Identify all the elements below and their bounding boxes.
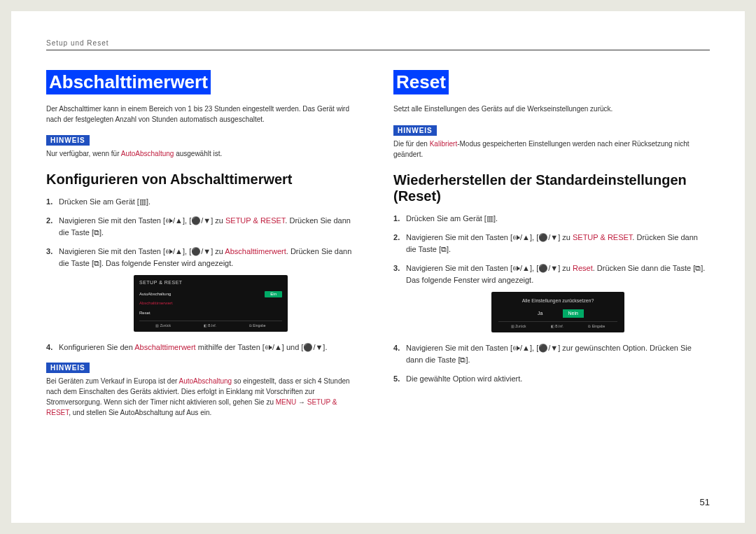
osd-row-value: Ein (265, 291, 282, 297)
intro-text: Setzt alle Einstellungen des Geräts auf … (393, 104, 710, 115)
steps-list-right: Drücken Sie am Gerät [▥]. Navigieren Sie… (393, 213, 710, 386)
step-5: Die gewählte Option wird aktiviert. (393, 373, 710, 385)
arrow-icon: → (296, 398, 307, 406)
step-2: Navigieren Sie mit den Tasten [🕪/▲], [⚫/… (393, 232, 710, 255)
osd-option-nein: Nein (563, 309, 584, 318)
step-2: Navigieren Sie mit den Tasten [🕪/▲], [⚫/… (46, 215, 363, 239)
step-4: Konfigurieren Sie den Abschalttimerwert … (46, 342, 363, 353)
ref-setup-reset: SETUP & RESET (225, 216, 285, 225)
osd-row-label: Reset (139, 310, 150, 316)
osd-title: SETUP & RESET (139, 279, 282, 287)
intro-text: Der Abschalttimer kann in einem Bereich … (46, 104, 363, 125)
text-fragment: Navigieren Sie mit den Tasten [🕪/▲], [⚫/… (59, 216, 225, 225)
osd-foot-item: ◧ B.Inf. (551, 324, 564, 330)
page-number: 51 (700, 497, 710, 507)
step-1: Drücken Sie am Gerät [▥]. (46, 196, 363, 208)
ref-abschalttimerwert: Abschalttimerwert (225, 247, 286, 255)
osd-screenshot-setup: SETUP & RESET AutoAbschaltungEin Abschal… (134, 275, 288, 331)
hinweis-text-1: Die für den Kalibriert-Modus gespeichert… (393, 139, 710, 160)
ref-autoabschaltung: AutoAbschaltung (179, 377, 232, 385)
osd-row: AutoAbschaltungEin (139, 290, 282, 299)
hinweis-text-1: Nur verfügbar, wenn für AutoAbschaltung … (46, 148, 363, 159)
heading-reset: Reset (393, 70, 449, 94)
left-column: Abschalttimerwert Der Abschalttimer kann… (46, 70, 363, 430)
step-3: Navigieren Sie mit den Tasten [🕪/▲], [⚫/… (46, 246, 363, 332)
ref-kalibriert: Kalibriert (430, 140, 457, 148)
hinweis-badge: HINWEIS (46, 135, 90, 146)
hinweis-badge: HINWEIS (46, 363, 90, 373)
text-fragment: Navigieren Sie mit den Tasten [🕪/▲], [⚫/… (59, 247, 225, 255)
subheading-wiederherstellen: Wiederherstellen der Standardeinstellung… (393, 172, 710, 204)
hinweis-badge: HINWEIS (393, 125, 437, 136)
heading-abschalttimerwert: Abschalttimerwert (46, 70, 211, 94)
osd-screenshot-reset: Alle Einstellungen zurücksetzen? Ja Nein… (491, 292, 624, 332)
text-fragment: Navigieren Sie mit den Tasten [🕪/▲], [⚫/… (406, 233, 573, 241)
manual-page: Setup und Reset Abschalttimerwert Der Ab… (11, 11, 745, 523)
step-1: Drücken Sie am Gerät [▥]. (393, 213, 710, 225)
osd-row-label: AutoAbschaltung (139, 291, 171, 297)
osd-footer: ▥ Zurück ◧ B.Inf. ⧉ Eingabe (139, 321, 282, 329)
hinweis-text-2: Bei Geräten zum Verkauf in Europa ist de… (46, 376, 363, 418)
section-header: Setup und Reset (46, 39, 710, 50)
osd-question: Alle Einstellungen zurücksetzen? (498, 297, 617, 305)
text-fragment: Konfigurieren Sie den (59, 343, 134, 351)
osd-foot-item: ⧉ Eingabe (249, 323, 266, 329)
text-fragment: Bei Geräten zum Verkauf in Europa ist de… (46, 377, 179, 385)
osd-footer: ▥ Zurück ◧ B.Inf. ⧉ Eingabe (498, 321, 617, 330)
text-fragment: mithilfe der Tasten [🕪/▲] und [⚫/▼]. (196, 343, 328, 351)
text-fragment: Die für den (393, 140, 430, 148)
step-4: Navigieren Sie mit den Tasten [🕪/▲], [⚫/… (393, 342, 710, 366)
ref-abschalttimerwert: Abschalttimerwert (134, 343, 195, 351)
two-column-layout: Abschalttimerwert Der Abschalttimer kann… (46, 70, 710, 430)
text-fragment: , und stellen Sie AutoAbschaltung auf Au… (69, 409, 211, 416)
subheading-konfigurieren: Konfigurieren von Abschalttimerwert (46, 171, 363, 188)
ref-setup-reset: SETUP & RESET (573, 233, 632, 241)
osd-option-ja: Ja (532, 309, 548, 318)
osd-foot-item: ◧ B.Inf. (204, 323, 216, 329)
osd-row-label: Abschalttimerwert (139, 300, 173, 307)
osd-foot-item: ▥ Zurück (155, 323, 171, 329)
osd-foot-item: ⧉ Eingabe (588, 324, 605, 330)
text-fragment: Navigieren Sie mit den Tasten [🕪/▲], [⚫/… (406, 264, 573, 272)
ref-menu: MENU (276, 398, 296, 406)
osd-row: Reset (139, 309, 282, 318)
osd-foot-item: ▥ Zurück (511, 324, 526, 330)
step-3: Navigieren Sie mit den Tasten [🕪/▲], [⚫/… (393, 262, 710, 333)
text-fragment: ausgewählt ist. (174, 150, 222, 157)
text-fragment: Nur verfügbar, wenn für (46, 150, 121, 157)
ref-autoabschaltung: AutoAbschaltung (121, 150, 174, 157)
ref-reset: Reset (573, 264, 593, 272)
osd-row-selected: Abschalttimerwert (139, 299, 282, 308)
osd-options: Ja Nein (498, 309, 617, 318)
right-column: Reset Setzt alle Einstellungen des Gerät… (393, 70, 710, 430)
steps-list-left: Drücken Sie am Gerät [▥]. Navigieren Sie… (46, 196, 363, 353)
